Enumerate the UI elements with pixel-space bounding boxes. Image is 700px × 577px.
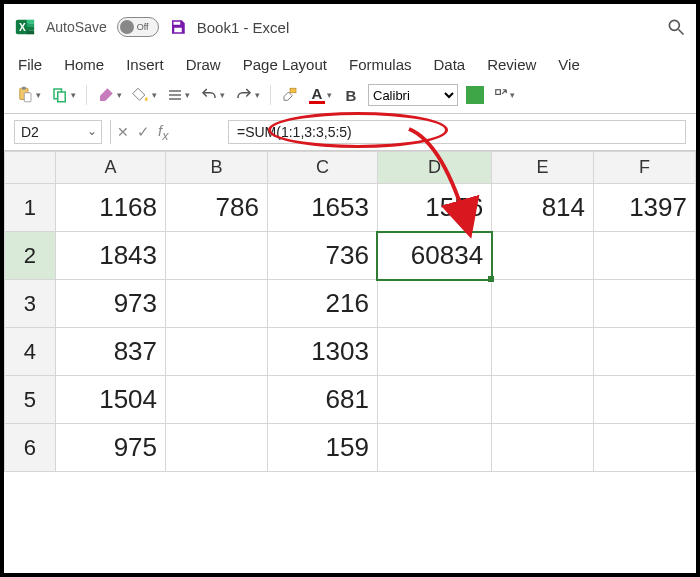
cell-C3[interactable]: 216 bbox=[267, 280, 377, 328]
menu-file[interactable]: File bbox=[18, 56, 42, 73]
svg-rect-2 bbox=[27, 20, 34, 24]
cell-E5[interactable] bbox=[492, 376, 594, 424]
cell-C4[interactable]: 1303 bbox=[267, 328, 377, 376]
cell-D1[interactable]: 1556 bbox=[377, 184, 491, 232]
cell-B2[interactable] bbox=[166, 232, 268, 280]
cell-D3[interactable] bbox=[377, 280, 491, 328]
cell-fill-swatch[interactable] bbox=[464, 83, 486, 107]
menu-view[interactable]: Vie bbox=[558, 56, 579, 73]
font-name-select[interactable]: Calibri bbox=[368, 84, 458, 106]
cell-F4[interactable] bbox=[594, 328, 696, 376]
menu-formulas[interactable]: Formulas bbox=[349, 56, 412, 73]
menu-data[interactable]: Data bbox=[433, 56, 465, 73]
save-icon[interactable] bbox=[169, 18, 187, 36]
fx-icon[interactable]: fx bbox=[158, 122, 168, 143]
cell-C1[interactable]: 1653 bbox=[267, 184, 377, 232]
menu-insert[interactable]: Insert bbox=[126, 56, 164, 73]
cell-F3[interactable] bbox=[594, 280, 696, 328]
col-header-D[interactable]: D bbox=[377, 152, 491, 184]
cancel-icon[interactable]: ✕ bbox=[117, 124, 129, 140]
row-header-1[interactable]: 1 bbox=[5, 184, 56, 232]
autosave-toggle[interactable]: Off bbox=[117, 17, 159, 37]
row-header-3[interactable]: 3 bbox=[5, 280, 56, 328]
menu-draw[interactable]: Draw bbox=[186, 56, 221, 73]
col-header-F[interactable]: F bbox=[594, 152, 696, 184]
paste-button[interactable]: ▾ bbox=[14, 83, 43, 107]
cell-C6[interactable]: 159 bbox=[267, 424, 377, 472]
fill-color-button[interactable]: ▾ bbox=[130, 83, 159, 107]
formula-controls: ✕ ✓ fx bbox=[110, 120, 220, 144]
cell-E4[interactable] bbox=[492, 328, 594, 376]
cell-D5[interactable] bbox=[377, 376, 491, 424]
cell-B6[interactable] bbox=[166, 424, 268, 472]
cell-F2[interactable] bbox=[594, 232, 696, 280]
cells-table[interactable]: A B C D E F 1 1168 786 1653 1556 814 139… bbox=[4, 151, 696, 472]
col-header-B[interactable]: B bbox=[166, 152, 268, 184]
color-swatch-icon bbox=[466, 86, 484, 104]
cell-D2[interactable]: 60834 bbox=[377, 232, 491, 280]
cell-E1[interactable]: 814 bbox=[492, 184, 594, 232]
cell-B3[interactable] bbox=[166, 280, 268, 328]
name-box[interactable]: D2 bbox=[14, 120, 102, 144]
font-color-icon: A bbox=[309, 86, 325, 104]
cell-D4[interactable] bbox=[377, 328, 491, 376]
formula-text: =SUM(1:1,3:3,5:5) bbox=[237, 124, 352, 140]
row-header-2[interactable]: 2 bbox=[5, 232, 56, 280]
row-header-4[interactable]: 4 bbox=[5, 328, 56, 376]
menu-home[interactable]: Home bbox=[64, 56, 104, 73]
format-painter-button[interactable] bbox=[279, 83, 301, 107]
select-all-corner[interactable] bbox=[5, 152, 56, 184]
svg-line-7 bbox=[679, 30, 684, 35]
cell-F6[interactable] bbox=[594, 424, 696, 472]
toggle-state: Off bbox=[137, 22, 149, 32]
svg-rect-10 bbox=[24, 93, 31, 102]
cell-C2[interactable]: 736 bbox=[267, 232, 377, 280]
cell-B5[interactable] bbox=[166, 376, 268, 424]
col-header-A[interactable]: A bbox=[55, 152, 165, 184]
undo-button[interactable]: ▾ bbox=[198, 83, 227, 107]
col-header-E[interactable]: E bbox=[492, 152, 594, 184]
cell-E6[interactable] bbox=[492, 424, 594, 472]
row-header-5[interactable]: 5 bbox=[5, 376, 56, 424]
redo-button[interactable]: ▾ bbox=[233, 83, 262, 107]
separator bbox=[270, 85, 271, 105]
cell-D6[interactable] bbox=[377, 424, 491, 472]
cell-E3[interactable] bbox=[492, 280, 594, 328]
cell-A2[interactable]: 1843 bbox=[55, 232, 165, 280]
copy-button[interactable]: ▾ bbox=[49, 83, 78, 107]
separator bbox=[86, 85, 87, 105]
cell-A5[interactable]: 1504 bbox=[55, 376, 165, 424]
chevron-down-icon: ▾ bbox=[220, 90, 225, 100]
cell-C5[interactable]: 681 bbox=[267, 376, 377, 424]
cell-B1[interactable]: 786 bbox=[166, 184, 268, 232]
search-icon[interactable] bbox=[666, 17, 686, 37]
toolbar: ▾ ▾ ▾ ▾ ▾ ▾ ▾ A ▾ B Calibri ▾ bbox=[4, 81, 696, 114]
chevron-down-icon: ▾ bbox=[36, 90, 41, 100]
cell-B4[interactable] bbox=[166, 328, 268, 376]
align-button[interactable]: ▾ bbox=[165, 83, 192, 107]
menu-bar: File Home Insert Draw Page Layout Formul… bbox=[4, 50, 696, 81]
ribbon-expand-button[interactable]: ▾ bbox=[492, 83, 517, 107]
formula-input[interactable]: =SUM(1:1,3:3,5:5) bbox=[228, 120, 686, 144]
menu-review[interactable]: Review bbox=[487, 56, 536, 73]
clear-button[interactable]: ▾ bbox=[95, 83, 124, 107]
cell-A4[interactable]: 837 bbox=[55, 328, 165, 376]
cell-F1[interactable]: 1397 bbox=[594, 184, 696, 232]
cell-A1[interactable]: 1168 bbox=[55, 184, 165, 232]
menu-page-layout[interactable]: Page Layout bbox=[243, 56, 327, 73]
formula-bar: D2 ✕ ✓ fx =SUM(1:1,3:3,5:5) bbox=[4, 114, 696, 151]
cell-A6[interactable]: 975 bbox=[55, 424, 165, 472]
enter-icon[interactable]: ✓ bbox=[137, 123, 150, 141]
cell-F5[interactable] bbox=[594, 376, 696, 424]
font-color-button[interactable]: A ▾ bbox=[307, 83, 334, 107]
cell-A3[interactable]: 973 bbox=[55, 280, 165, 328]
row-header-6[interactable]: 6 bbox=[5, 424, 56, 472]
cell-E2[interactable] bbox=[492, 232, 594, 280]
document-title: Book1 - Excel bbox=[197, 19, 290, 36]
svg-point-6 bbox=[669, 20, 679, 30]
col-header-C[interactable]: C bbox=[267, 152, 377, 184]
bold-button[interactable]: B bbox=[340, 83, 362, 107]
chevron-down-icon: ▾ bbox=[327, 90, 332, 100]
svg-rect-16 bbox=[290, 88, 296, 93]
chevron-down-icon: ▾ bbox=[71, 90, 76, 100]
